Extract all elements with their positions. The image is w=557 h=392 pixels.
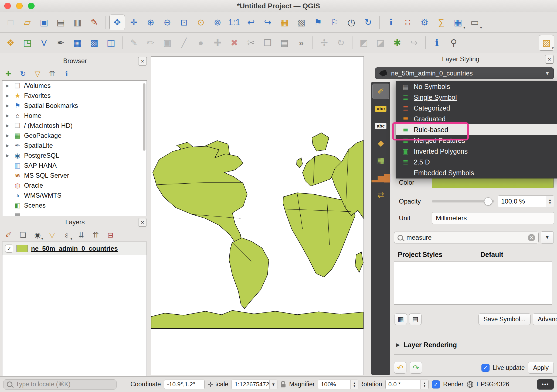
open-project-button[interactable]: ▱ [19, 15, 35, 30]
zoom-native-button[interactable]: 1:1 [226, 15, 242, 30]
browser-item-postgresql[interactable]: ▶◉PostgreSQL [2, 150, 147, 160]
symbology-tab[interactable]: ✐ [372, 84, 389, 99]
new-project-button[interactable]: □ [3, 15, 18, 30]
show-spatial-bookmarks-button[interactable]: ⚐ [327, 15, 342, 30]
rotation-spinbox[interactable]: 0.0 ° ▲▼ [385, 380, 429, 389]
browser-item-favorites[interactable]: ▶★Favorites [2, 91, 147, 101]
expand-all-button[interactable]: ⇊ [75, 229, 87, 241]
expand-arrow-icon[interactable]: ▶ [4, 103, 11, 108]
browser-item-ms-sql-server[interactable]: ≋MS SQL Server [2, 170, 147, 180]
coordinate-input[interactable]: -10.9°,1.2° [164, 380, 205, 389]
cut-features-button[interactable]: ✂ [243, 35, 259, 51]
new-shapefile-layer-button[interactable]: V [36, 35, 52, 51]
layout-manager-button[interactable]: ▥ [70, 15, 85, 30]
new-virtual-layer-button[interactable]: ◫ [103, 35, 119, 51]
move-feature-button[interactable]: ✢ [316, 35, 332, 51]
rotate-feature-button[interactable]: ↻ [333, 35, 349, 51]
symbol-filter-dropdown[interactable]: ▼ [541, 231, 554, 244]
attribute-table-button[interactable]: ▦▾ [450, 15, 466, 30]
zoom-window-button[interactable] [28, 3, 35, 9]
symbol-search-field[interactable]: measure ✕ [394, 232, 539, 243]
project-styles-header[interactable]: Project Styles [398, 251, 442, 259]
icon-view-button[interactable]: ▦ [395, 313, 407, 325]
open-layer-styling-panel-button[interactable]: ✐ [2, 229, 15, 241]
minimize-window-button[interactable] [16, 3, 23, 9]
delete-selected-button[interactable]: ✖ [226, 35, 242, 51]
statistical-summary-button[interactable]: ∑ [433, 15, 449, 30]
expand-arrow-icon[interactable]: ▶ [4, 113, 11, 118]
expand-arrow-icon[interactable]: ▶ [4, 93, 11, 98]
histogram-tab[interactable]: ▂▅▇ [372, 170, 389, 185]
new-grid-layer-button[interactable]: ▩ [86, 35, 102, 51]
diagrams-tab[interactable]: ▦ [372, 153, 389, 168]
style-manager-button[interactable]: ✎ [86, 15, 102, 30]
data-source-manager-button[interactable]: ❖ [3, 35, 18, 51]
apply-button[interactable]: Apply [528, 362, 554, 374]
map-canvas[interactable] [151, 56, 364, 375]
collapse-all-layers-button[interactable]: ⇈ [90, 229, 102, 241]
browser-item-spatialite[interactable]: ▶✒SpatiaLite [2, 140, 147, 150]
close-browser-panel-button[interactable]: ✕ [138, 57, 147, 66]
expand-arrow-icon[interactable]: ▶ [4, 123, 11, 128]
zoom-full-button[interactable]: ⊡ [176, 15, 192, 30]
stepper-arrows-icon[interactable]: ▲▼ [350, 380, 358, 389]
add-annotation-button[interactable]: ✱ [389, 35, 405, 51]
labels-tab[interactable]: abc [372, 101, 389, 116]
history-tab[interactable]: ⇄ [372, 187, 389, 203]
scale-combobox[interactable]: 1:122675472 ▼ [232, 380, 277, 389]
expand-triangle-icon[interactable]: ▶ [396, 342, 400, 348]
zoom-next-button[interactable]: ↪ [260, 15, 276, 30]
refresh-map-button[interactable]: ↻ [360, 15, 376, 30]
style-list[interactable] [394, 262, 552, 305]
opacity-spinbox[interactable]: 100.0 % ▲▼ [498, 195, 554, 207]
stepper-arrows-icon[interactable]: ▲▼ [546, 196, 554, 207]
symbology-type-embedded-symbols[interactable]: Embedded Symbols [396, 167, 557, 178]
filter-browser-button[interactable]: ▽ [31, 68, 44, 80]
collapse-all-button[interactable]: ⇈ [46, 68, 58, 80]
default-header[interactable]: Default [480, 251, 503, 259]
crs-globe-icon[interactable] [467, 381, 473, 388]
crs-status[interactable]: EPSG:4326 [477, 381, 509, 388]
lock-scale-icon[interactable] [281, 384, 286, 387]
expand-arrow-icon[interactable]: ▶ [4, 143, 11, 148]
live-update-checkbox[interactable]: ✓ [481, 364, 490, 372]
digitize-with-segment-button[interactable]: ╱ [176, 35, 192, 51]
expand-arrow-icon[interactable]: ▶ [4, 83, 11, 88]
filter-by-expression-button[interactable]: ε▾ [60, 229, 73, 241]
browser-item-sap-hana[interactable]: ▥SAP HANA [2, 160, 147, 170]
chevron-down-icon[interactable]: ▼ [269, 380, 277, 389]
zoom-to-layer-button[interactable]: ⊚ [210, 15, 225, 30]
opacity-slider-handle[interactable] [484, 197, 492, 205]
browser-item-geopackage[interactable]: ▶▦GeoPackage [2, 130, 147, 140]
pan-to-selection-button[interactable]: ✛ [126, 15, 142, 30]
color-button[interactable] [432, 177, 554, 188]
browser-item-item[interactable]: ▦ [2, 210, 147, 216]
browser-item-wms-wmts[interactable]: ◑WMS/WMTS [2, 190, 147, 200]
messages-button[interactable]: ••• [537, 379, 554, 390]
add-selected-layers-button[interactable]: ✚ [2, 68, 15, 80]
symbology-type-no-symbols[interactable]: ▤No Symbols [396, 81, 557, 92]
layer-rendering-section[interactable]: ▶ Layer Rendering [396, 340, 554, 349]
extent-toggle-icon[interactable]: ✛ [208, 381, 213, 388]
browser-scrollbar[interactable] [143, 82, 146, 215]
new-mesh-layer-button[interactable]: ▦ [70, 35, 85, 51]
close-layers-panel-button[interactable]: ✕ [138, 218, 147, 227]
vertex-tool-button[interactable]: ✚ [210, 35, 225, 51]
new-geopackage-layer-button[interactable]: ◳ [19, 35, 35, 51]
zoom-out-button[interactable]: ⊖ [159, 15, 175, 30]
remove-layer-button[interactable]: ⊟ [104, 229, 117, 241]
symbology-type-2-5-d[interactable]: ≣2.5 D [396, 157, 557, 167]
expand-arrow-icon[interactable]: ▶ [4, 133, 11, 138]
add-group-button[interactable]: ❏ [17, 229, 29, 241]
wrench-tools-button[interactable]: ⚲ [446, 35, 461, 51]
redo-style-button[interactable]: ↷ [410, 362, 422, 374]
manage-map-themes-button[interactable]: ◉▾ [31, 229, 44, 241]
mask-tab[interactable]: abc [372, 118, 389, 134]
identify-features-button[interactable]: ℹ [383, 15, 399, 30]
save-symbol-button[interactable]: Save Symbol... [478, 313, 531, 325]
browser-item-macintosh-hd[interactable]: ▶❏/ (Macintosh HD) [2, 121, 147, 130]
close-window-button[interactable] [4, 3, 11, 9]
new-print-layout-button[interactable]: ▤ [53, 15, 69, 30]
symbology-type-rule-based[interactable]: ≣Rule-based [396, 124, 557, 135]
measure-button[interactable]: ▭▾ [467, 15, 483, 30]
